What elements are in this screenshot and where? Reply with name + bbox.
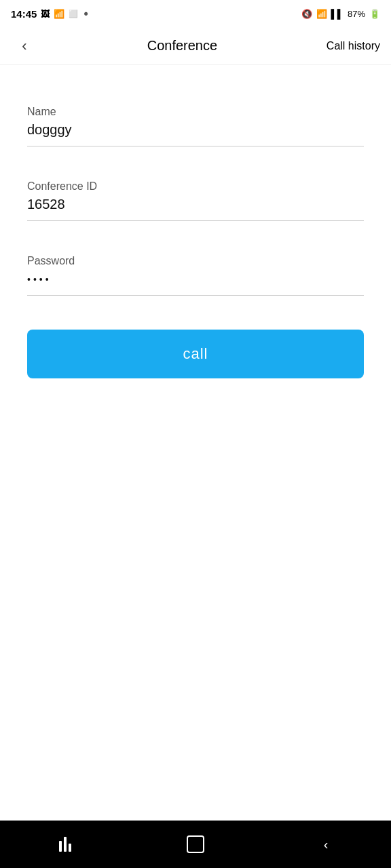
app-bar: ‹ Conference Call history xyxy=(0,27,391,65)
home-icon xyxy=(187,835,204,853)
name-field: Name dogggy xyxy=(27,106,364,146)
wifi-icon: 📶 xyxy=(316,9,327,19)
password-field: Password •••• xyxy=(27,255,364,296)
status-icons: 🔇 📶 ▌▌ 87% 🔋 xyxy=(301,9,380,19)
status-time: 14:45 🖼 📶 ⬜ • xyxy=(11,7,88,21)
dot-icon: • xyxy=(83,7,88,21)
call-button-wrapper: call xyxy=(27,330,364,378)
conference-id-input[interactable]: 16528 xyxy=(27,197,364,221)
call-button[interactable]: call xyxy=(27,330,364,378)
form-content: Name dogggy Conference ID 16528 Password… xyxy=(0,65,391,821)
password-label: Password xyxy=(27,255,364,267)
nav-back-icon: ‹ xyxy=(324,837,329,852)
back-button[interactable]: ‹ xyxy=(11,33,38,60)
bookmark-icon: ⬜ xyxy=(69,9,78,18)
nav-back-button[interactable]: ‹ xyxy=(305,831,346,858)
sim-icon: 📶 xyxy=(54,9,64,19)
conference-id-field: Conference ID 16528 xyxy=(27,180,364,221)
photo-icon: 🖼 xyxy=(41,9,50,19)
status-bar: 14:45 🖼 📶 ⬜ • 🔇 📶 ▌▌ 87% 🔋 xyxy=(0,0,391,27)
name-input[interactable]: dogggy xyxy=(27,122,364,146)
signal-icon: ▌▌ xyxy=(331,9,343,19)
nav-home-button[interactable] xyxy=(175,831,216,858)
recent-icon xyxy=(59,837,71,852)
battery-icon: 🔋 xyxy=(369,9,380,19)
page-title: Conference xyxy=(38,38,327,54)
nav-recent-button[interactable] xyxy=(45,831,86,858)
time-display: 14:45 xyxy=(11,8,37,20)
mute-icon: 🔇 xyxy=(301,9,312,19)
conference-id-label: Conference ID xyxy=(27,180,364,193)
battery-level: 87% xyxy=(348,9,365,19)
name-label: Name xyxy=(27,106,364,118)
nav-bar: ‹ xyxy=(0,821,391,868)
password-input[interactable]: •••• xyxy=(27,271,364,296)
back-arrow-icon: ‹ xyxy=(22,39,26,54)
call-history-button[interactable]: Call history xyxy=(327,40,380,52)
